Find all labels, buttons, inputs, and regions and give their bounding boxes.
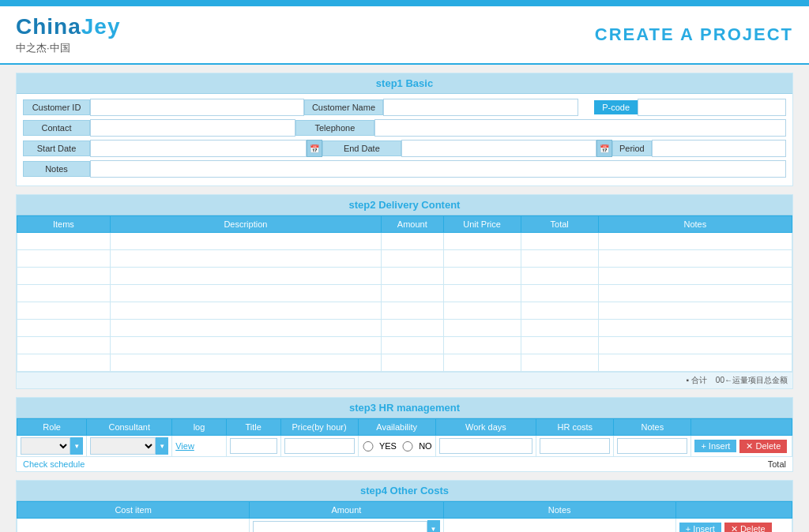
amount-cell[interactable] bbox=[385, 289, 439, 298]
col-amount-header: Amount bbox=[382, 216, 443, 233]
unitprice-cell[interactable] bbox=[447, 324, 517, 333]
total-cell[interactable] bbox=[525, 306, 595, 316]
col-workdays-header: Work days bbox=[435, 419, 536, 436]
workdays-input[interactable] bbox=[439, 438, 533, 454]
total-cell[interactable] bbox=[525, 289, 595, 298]
notes-cell[interactable] bbox=[602, 237, 788, 246]
items-cell[interactable] bbox=[21, 358, 107, 368]
unitprice-cell[interactable] bbox=[447, 272, 517, 281]
title-input[interactable] bbox=[230, 438, 277, 454]
total-cell[interactable] bbox=[525, 272, 595, 281]
yes-radio[interactable] bbox=[362, 441, 374, 451]
total-cell[interactable] bbox=[525, 358, 595, 368]
end-date-input[interactable] bbox=[401, 140, 596, 157]
start-date-input[interactable] bbox=[90, 140, 307, 157]
customer-name-input[interactable] bbox=[383, 99, 578, 116]
items-cell[interactable] bbox=[21, 254, 107, 264]
items-cell[interactable] bbox=[21, 324, 107, 333]
desc-cell[interactable] bbox=[114, 306, 378, 316]
notes-cell[interactable] bbox=[602, 254, 788, 264]
desc-cell[interactable] bbox=[114, 272, 378, 281]
cost-notes-input[interactable] bbox=[447, 524, 672, 532]
step3-title-plain: step3 bbox=[349, 402, 376, 414]
desc-cell[interactable] bbox=[114, 324, 378, 333]
price-cell bbox=[280, 436, 358, 457]
unitprice-cell[interactable] bbox=[447, 358, 517, 368]
notes-cell[interactable] bbox=[602, 289, 788, 298]
notes-cell[interactable] bbox=[602, 272, 788, 281]
amount-cell[interactable] bbox=[385, 358, 439, 368]
cost-delete-button[interactable]: ✕ Delete bbox=[724, 523, 772, 533]
table-row bbox=[17, 337, 792, 354]
total-cell[interactable] bbox=[525, 237, 595, 246]
col-title-header: Title bbox=[226, 419, 280, 436]
amount-cell[interactable] bbox=[385, 272, 439, 281]
total-label: Total bbox=[768, 459, 786, 469]
cost-insert-button[interactable]: + Insert bbox=[679, 523, 721, 532]
amount-cell[interactable] bbox=[385, 254, 439, 264]
hrcosts-input[interactable] bbox=[540, 438, 610, 454]
hr-notes-input[interactable] bbox=[617, 438, 687, 454]
total-cell[interactable] bbox=[525, 324, 595, 333]
items-cell[interactable] bbox=[21, 272, 107, 281]
period-input[interactable] bbox=[652, 140, 786, 157]
amount-cell[interactable] bbox=[385, 324, 439, 333]
header: ChinaJey 中之杰·中国 CREATE A PROJECT bbox=[0, 6, 809, 65]
unitprice-cell[interactable] bbox=[447, 341, 517, 350]
unitprice-cell[interactable] bbox=[447, 254, 517, 264]
hr-delete-button[interactable]: ✕ Delete bbox=[739, 440, 787, 453]
costitem-input[interactable] bbox=[21, 524, 246, 532]
no-radio[interactable] bbox=[401, 441, 414, 451]
amount-cell[interactable] bbox=[385, 237, 439, 246]
consultant-select[interactable] bbox=[90, 437, 156, 455]
notes-cell[interactable] bbox=[602, 358, 788, 368]
desc-cell[interactable] bbox=[114, 341, 378, 350]
items-cell[interactable] bbox=[21, 237, 107, 246]
action-btns: + Insert ✕ Delete bbox=[694, 440, 788, 453]
title-cell bbox=[226, 436, 280, 457]
cost-amount-input[interactable] bbox=[253, 521, 427, 532]
customer-name-label: Customer Name bbox=[304, 99, 383, 115]
unitprice-cell[interactable] bbox=[447, 289, 517, 298]
desc-cell[interactable] bbox=[114, 358, 378, 368]
table-row bbox=[17, 354, 792, 372]
contact-label: Contact bbox=[23, 120, 90, 136]
pcode-button[interactable]: P-code bbox=[594, 100, 638, 114]
desc-cell[interactable] bbox=[114, 289, 378, 298]
pcode-input[interactable] bbox=[638, 99, 786, 116]
step4-title-plain: step4 bbox=[360, 485, 387, 496]
workdays-cell bbox=[435, 436, 536, 457]
hr-insert-button[interactable]: + Insert bbox=[694, 440, 736, 452]
consultant-dropdown-arrow[interactable]: ▼ bbox=[156, 437, 168, 455]
desc-cell[interactable] bbox=[114, 254, 378, 264]
items-cell[interactable] bbox=[21, 289, 107, 298]
unitprice-cell[interactable] bbox=[447, 306, 517, 316]
view-link[interactable]: View bbox=[175, 441, 194, 451]
items-cell[interactable] bbox=[21, 341, 107, 350]
cost-amount-dropdown[interactable]: ▼ bbox=[427, 520, 440, 532]
telephone-input[interactable] bbox=[374, 119, 786, 137]
items-cell[interactable] bbox=[21, 306, 107, 316]
hr-table: Role Consultant log Title Price(by hour)… bbox=[17, 418, 792, 457]
table-row bbox=[17, 268, 792, 285]
notes-cell[interactable] bbox=[602, 324, 788, 333]
amount-cell[interactable] bbox=[385, 341, 439, 350]
check-schedule-link[interactable]: Check schedule bbox=[23, 459, 85, 469]
total-cell[interactable] bbox=[525, 254, 595, 264]
unitprice-cell[interactable] bbox=[447, 237, 517, 246]
end-date-cal-btn[interactable]: 📅 bbox=[596, 140, 612, 157]
total-cell[interactable] bbox=[525, 341, 595, 350]
add-icon: ▪ bbox=[686, 376, 689, 384]
start-date-cal-btn[interactable]: 📅 bbox=[307, 140, 322, 157]
notes-cell[interactable] bbox=[602, 306, 788, 316]
role-select[interactable] bbox=[21, 437, 70, 455]
role-dropdown-arrow[interactable]: ▼ bbox=[70, 437, 83, 455]
customer-id-input[interactable] bbox=[90, 99, 304, 116]
notes-input[interactable] bbox=[90, 160, 786, 178]
notes-cell[interactable] bbox=[602, 341, 788, 350]
contact-input[interactable] bbox=[90, 119, 295, 137]
step1-title-plain: step1 bbox=[376, 77, 403, 89]
amount-cell[interactable] bbox=[385, 306, 439, 316]
price-input[interactable] bbox=[284, 438, 355, 454]
desc-cell[interactable] bbox=[114, 237, 378, 246]
